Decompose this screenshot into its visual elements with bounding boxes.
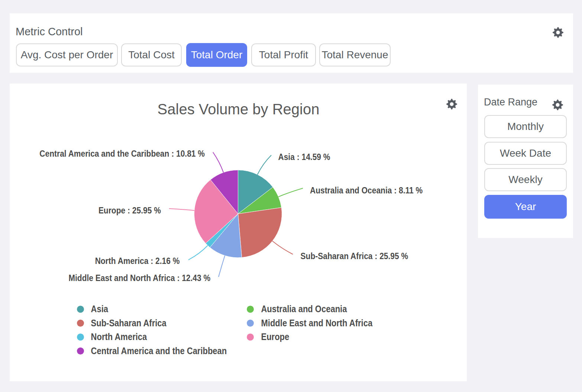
svg-text:Central America and the Caribb: Central America and the Caribbean <box>91 346 227 356</box>
svg-text:Sales Volume by Region: Sales Volume by Region <box>158 101 320 117</box>
svg-text:Middle East and North Africa :: Middle East and North Africa : 12.43 % <box>69 273 211 283</box>
svg-text:Middle East and North Africa: Middle East and North Africa <box>261 318 373 328</box>
svg-text:Australia and Oceania: Australia and Oceania <box>261 304 347 314</box>
svg-text:Sub-Saharan Africa: Sub-Saharan Africa <box>91 318 167 328</box>
svg-text:Asia : 14.59 %: Asia : 14.59 % <box>278 152 330 162</box>
svg-text:North America : 2.16 %: North America : 2.16 % <box>95 256 180 266</box>
svg-text:Sub-Saharan Africa : 25.95 %: Sub-Saharan Africa : 25.95 % <box>301 251 408 261</box>
svg-text:Europe: Europe <box>261 332 290 342</box>
svg-text:Australia and Oceania : 8.11 %: Australia and Oceania : 8.11 % <box>310 186 423 196</box>
svg-text:Asia: Asia <box>91 304 109 314</box>
svg-text:Central America and the Caribb: Central America and the Caribbean : 10.8… <box>39 149 205 159</box>
svg-text:North America: North America <box>91 332 147 342</box>
svg-text:Europe : 25.95 %: Europe : 25.95 % <box>98 205 161 215</box>
